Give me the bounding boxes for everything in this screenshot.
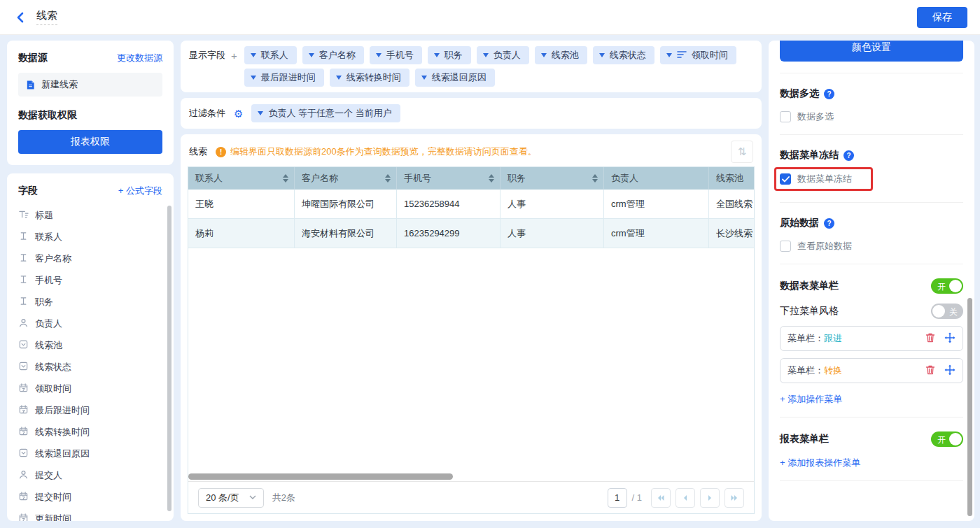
save-button[interactable]: 保存 bbox=[917, 7, 967, 28]
column-header-联系人[interactable]: 联系人 bbox=[188, 167, 295, 190]
filter-gear-icon[interactable]: ⚙ bbox=[234, 108, 243, 119]
display-field-chip-负责人[interactable]: 负责人 bbox=[477, 46, 529, 64]
display-field-chip-最后跟进时间[interactable]: 最后跟进时间 bbox=[244, 69, 324, 87]
field-item-联系人[interactable]: 联系人 bbox=[18, 226, 174, 248]
column-header-手机号[interactable]: 手机号 bbox=[397, 167, 500, 190]
field-item-提交时间[interactable]: 提交时间 bbox=[18, 486, 174, 508]
multi-select-checkbox[interactable] bbox=[780, 111, 791, 122]
chevron-down-icon bbox=[376, 53, 382, 57]
display-field-chip-线索池[interactable]: 线索池 bbox=[535, 46, 587, 64]
datasource-item[interactable]: 新建线索 bbox=[18, 73, 162, 97]
chip-label: 职务 bbox=[444, 49, 463, 62]
report-permission-button[interactable]: 报表权限 bbox=[18, 130, 162, 154]
field-item-职务[interactable]: 职务 bbox=[18, 291, 174, 313]
table-cell: 15236258944 bbox=[397, 190, 500, 218]
dropdown-style-toggle[interactable]: 关 bbox=[931, 304, 963, 319]
trash-icon[interactable] bbox=[925, 364, 936, 378]
table-menu-toggle[interactable]: 开 bbox=[931, 278, 963, 294]
table-cell: 坤曜国际有限公司 bbox=[295, 190, 397, 218]
help-icon[interactable]: ? bbox=[844, 150, 854, 161]
field-item-label: 更新时间 bbox=[35, 513, 71, 522]
move-icon[interactable] bbox=[944, 332, 955, 345]
menu-freeze-title: 数据菜单冻结 bbox=[780, 149, 839, 162]
prev-page-button[interactable] bbox=[676, 488, 695, 508]
add-display-field-button[interactable]: + bbox=[231, 50, 237, 62]
table-row[interactable]: 王晓坤曜国际有限公司15236258944人事crm管理全国线索 bbox=[188, 190, 754, 219]
sort-order-button[interactable]: ⇅ bbox=[731, 141, 753, 163]
change-datasource-link[interactable]: 更改数据源 bbox=[117, 52, 162, 64]
display-field-chip-线索转换时间[interactable]: 线索转换时间 bbox=[330, 69, 410, 87]
horizontal-scrollbar[interactable] bbox=[188, 473, 453, 480]
current-page-input[interactable]: 1 bbox=[608, 488, 627, 508]
sort-carets-icon[interactable] bbox=[283, 174, 288, 183]
field-item-提交人[interactable]: 提交人 bbox=[18, 464, 174, 486]
settings-scrollbar[interactable] bbox=[967, 298, 972, 516]
next-page-button[interactable] bbox=[700, 488, 720, 508]
text-icon bbox=[18, 274, 29, 287]
display-field-chip-手机号[interactable]: 手机号 bbox=[370, 46, 422, 64]
report-menu-toggle[interactable]: 开 bbox=[931, 431, 963, 447]
display-field-chip-线索退回原因[interactable]: 线索退回原因 bbox=[415, 69, 495, 87]
display-field-chip-联系人[interactable]: 联系人 bbox=[244, 46, 297, 64]
display-field-chip-领取时间[interactable]: 领取时间 bbox=[660, 46, 736, 64]
chevron-down-icon bbox=[483, 53, 489, 57]
divider bbox=[780, 480, 963, 481]
table-title: 线索 bbox=[189, 145, 207, 158]
field-item-最后跟进时间[interactable]: 最后跟进时间 bbox=[18, 399, 174, 421]
display-field-chip-线索状态[interactable]: 线索状态 bbox=[593, 46, 654, 64]
raw-data-section: 原始数据 ? 查看原始数据 bbox=[769, 217, 974, 252]
field-item-线索转换时间[interactable]: 线索转换时间 bbox=[18, 421, 174, 443]
sort-carets-icon[interactable] bbox=[385, 174, 391, 183]
calendar-icon bbox=[18, 426, 29, 438]
back-icon[interactable] bbox=[13, 10, 28, 25]
field-item-手机号[interactable]: 手机号 bbox=[18, 269, 174, 291]
help-icon[interactable]: ? bbox=[824, 89, 834, 99]
column-header-负责人[interactable]: 负责人 bbox=[604, 167, 709, 190]
settings-panel: 颜色设置 数据多选 ? 数据多选 数据菜单冻结 ? 数据菜单冻结 bbox=[769, 41, 974, 521]
column-header-线索池[interactable]: 线索池 bbox=[709, 167, 754, 190]
add-action-menu-link[interactable]: + 添加操作菜单 bbox=[780, 393, 842, 406]
column-header-客户名称[interactable]: 客户名称 bbox=[295, 167, 397, 190]
table-row[interactable]: 杨莉海安材料有限公司16235294299人事crm管理长沙线索 bbox=[188, 219, 754, 248]
menu-freeze-checkbox[interactable] bbox=[780, 173, 791, 185]
help-icon[interactable]: ? bbox=[824, 218, 834, 229]
display-field-chip-客户名称[interactable]: 客户名称 bbox=[302, 46, 364, 64]
field-item-负责人[interactable]: 负责人 bbox=[18, 313, 174, 334]
chevron-down-icon bbox=[434, 53, 440, 57]
sort-carets-icon[interactable] bbox=[592, 174, 598, 183]
chevron-down-icon bbox=[541, 53, 547, 57]
field-item-线索退回原因[interactable]: 线索退回原因 bbox=[18, 443, 174, 464]
sort-carets-icon[interactable] bbox=[489, 174, 494, 183]
fields-scrollbar[interactable] bbox=[167, 206, 172, 511]
field-item-领取时间[interactable]: 领取时间 bbox=[18, 378, 174, 399]
toggle-off-label: 关 bbox=[949, 306, 958, 318]
add-report-menu-link[interactable]: + 添加报表操作菜单 bbox=[780, 457, 860, 469]
menu-item-跟进[interactable]: 菜单栏：跟进 bbox=[780, 326, 963, 351]
table-cell: 王晓 bbox=[188, 190, 295, 218]
field-item-更新时间[interactable]: 更新时间 bbox=[18, 508, 174, 521]
filter-condition-chip[interactable]: 负责人 等于任意一个 当前用户 bbox=[251, 104, 400, 122]
table-menu-section: 数据表菜单栏 开 下拉菜单风格 关 菜单栏：跟进菜单栏：转换 + 添加操作菜单 bbox=[769, 278, 974, 406]
column-header-职务[interactable]: 职务 bbox=[500, 167, 604, 190]
display-field-chip-职务[interactable]: 职务 bbox=[428, 46, 471, 64]
field-item-标题[interactable]: 标题 bbox=[18, 204, 174, 226]
table-header-row: 联系人客户名称手机号职务负责人线索池 bbox=[188, 167, 754, 190]
field-item-线索状态[interactable]: 线索状态 bbox=[18, 356, 174, 378]
chip-label: 负责人 bbox=[493, 49, 521, 62]
calendar-icon bbox=[18, 491, 29, 504]
last-page-button[interactable] bbox=[724, 488, 744, 508]
menu-item-转换[interactable]: 菜单栏：转换 bbox=[780, 358, 963, 383]
trash-icon[interactable] bbox=[925, 332, 936, 345]
datasource-card: 数据源 更改数据源 新建线索 数据获取权限 报表权限 bbox=[7, 41, 174, 165]
field-item-客户名称[interactable]: 客户名称 bbox=[18, 248, 174, 269]
field-item-线索池[interactable]: 线索池 bbox=[18, 334, 174, 356]
field-item-label: 负责人 bbox=[35, 317, 62, 330]
raw-data-checkbox[interactable] bbox=[780, 241, 791, 252]
color-settings-button[interactable]: 颜色设置 bbox=[780, 41, 963, 62]
page-size-select[interactable]: 20 条/页 bbox=[198, 488, 264, 508]
chip-label: 线索状态 bbox=[610, 49, 646, 62]
add-formula-field-link[interactable]: + 公式字段 bbox=[118, 185, 162, 197]
first-page-button[interactable] bbox=[651, 488, 671, 508]
table-cell: 人事 bbox=[500, 190, 604, 218]
move-icon[interactable] bbox=[944, 364, 955, 378]
